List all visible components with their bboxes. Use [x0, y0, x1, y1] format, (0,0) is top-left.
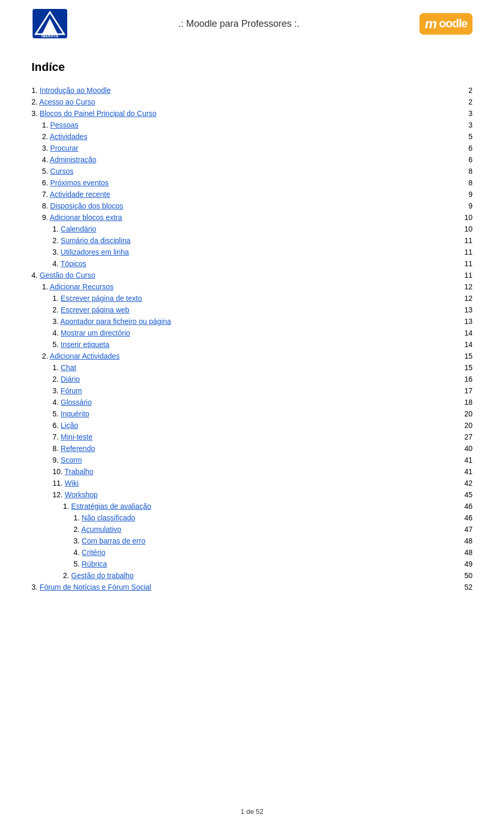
toc-link[interactable]: Adicionar Actividades — [50, 352, 120, 360]
toc-link[interactable]: Não classificado — [82, 514, 135, 522]
toc-link[interactable]: Utilizadores em linha — [61, 248, 129, 256]
toc-page-number: 14 — [457, 340, 472, 349]
list-item: 10. Trabalho41 — [32, 466, 472, 477]
toc-link[interactable]: Cursos — [50, 167, 74, 175]
toc-link[interactable]: Chat — [61, 363, 77, 372]
toc-link[interactable]: Escrever página web — [61, 306, 130, 314]
toc-link[interactable]: Workshop — [65, 490, 98, 499]
toc-link[interactable]: Mini-teste — [61, 433, 93, 441]
toc-page-number: 2 — [457, 98, 472, 106]
toc-link[interactable]: Rúbrica — [82, 560, 107, 568]
toc-page-number: 2 — [457, 86, 472, 95]
toc-link[interactable]: Fórum — [61, 386, 82, 395]
list-item: 4. Critério48 — [32, 547, 472, 558]
toc-page-number: 49 — [457, 560, 472, 568]
toc-page-number: 48 — [457, 548, 472, 557]
toc-link[interactable]: Glossário — [61, 398, 92, 406]
list-item: 1. Escrever página de texto12 — [32, 292, 472, 304]
toc-link[interactable]: Acumulativo — [81, 525, 121, 534]
toc-title: Indíce — [32, 60, 472, 74]
list-item: 8. Referendo40 — [32, 443, 472, 454]
toc-link[interactable]: Mostrar um directório — [61, 329, 130, 337]
toc-link[interactable]: Sumário da disciplina — [61, 236, 131, 245]
toc-link[interactable]: Gestão do trabalho — [71, 571, 134, 580]
list-item: 7. Actividade recente9 — [32, 189, 472, 200]
list-item: 7. Mini-teste27 — [32, 431, 472, 443]
toc-link[interactable]: Próximos eventos — [50, 179, 109, 187]
list-item: 5. Inserir etiqueta14 — [32, 339, 472, 350]
list-item: 6. Próximos eventos8 — [32, 177, 472, 189]
toc-link[interactable]: Actividade recente — [50, 190, 110, 198]
toc-link[interactable]: Escrever página de texto — [61, 294, 142, 302]
list-item: 3. Fórum de Notícias e Fórum Social52 — [32, 581, 472, 593]
toc-page-number: 3 — [457, 121, 472, 129]
toc-page-number: 27 — [457, 433, 472, 441]
list-item: 6. Lição20 — [32, 420, 472, 431]
list-item: 4. Gestão do Curso11 — [32, 269, 472, 281]
toc-link[interactable]: Fórum de Notícias e Fórum Social — [40, 583, 151, 591]
list-item: 4. Administração6 — [32, 154, 472, 165]
page-header: laboris .: Moodle para Professores :. m … — [32, 0, 472, 45]
toc-page-number: 47 — [457, 525, 472, 534]
toc-link[interactable]: Adicionar Recursos — [50, 283, 113, 291]
toc-page-number: 11 — [457, 271, 472, 279]
toc-page-number: 16 — [457, 375, 472, 383]
list-item: 5. Inquérito20 — [32, 408, 472, 420]
list-item: 2. Gestão do trabalho50 — [32, 570, 472, 581]
toc-link[interactable]: Wiki — [65, 479, 78, 487]
list-item: 1. Não classificado46 — [32, 512, 472, 524]
toc-page-number: 12 — [457, 294, 472, 302]
toc-link[interactable]: Gestão do Curso — [40, 271, 96, 279]
toc-link[interactable]: Com barras de erro — [82, 537, 145, 545]
list-item: 1. Pessoas3 — [32, 119, 472, 131]
list-item: 5. Cursos8 — [32, 165, 472, 177]
toc-page-number: 20 — [457, 421, 472, 430]
toc-link[interactable]: Inquérito — [61, 410, 89, 418]
toc-link[interactable]: Blocos do Painel Principal do Curso — [40, 109, 157, 118]
toc-link[interactable]: Tópicos — [60, 259, 86, 268]
toc-link[interactable]: Pessoas — [50, 121, 79, 129]
toc-link[interactable]: Disposição dos blocos — [50, 202, 123, 210]
toc-link[interactable]: Trabalho — [65, 467, 93, 476]
toc-link[interactable]: Acesso ao Curso — [39, 98, 96, 106]
toc-link[interactable]: Inserir etiqueta — [61, 340, 110, 349]
toc-page-number: 3 — [457, 109, 472, 118]
table-of-contents: 1. Introdução ao Moodle22. Acesso ao Cur… — [32, 85, 472, 593]
toc-page-number: 52 — [457, 583, 472, 591]
toc-link[interactable]: Adicionar blocos extra — [50, 213, 122, 222]
list-item: 2. Diário16 — [32, 373, 472, 385]
list-item: 11. Wiki42 — [32, 477, 472, 489]
toc-link[interactable]: Apontador para ficheiro ou página — [60, 317, 171, 326]
list-item: 5. Rúbrica49 — [32, 558, 472, 570]
toc-page-number: 42 — [457, 479, 472, 487]
footer-page-number: 1 de 52 — [240, 808, 263, 815]
list-item: 8. Disposição dos blocos9 — [32, 200, 472, 212]
list-item: 2. Sumário da disciplina11 — [32, 235, 472, 246]
list-item: 1. Introdução ao Moodle2 — [32, 85, 472, 96]
list-item: 3. Fórum17 — [32, 385, 472, 396]
toc-link[interactable]: Estratégias de avaliação — [71, 502, 152, 510]
toc-page-number: 9 — [457, 202, 472, 210]
toc-page-number: 41 — [457, 467, 472, 476]
toc-link[interactable]: Introdução ao Moodle — [40, 86, 111, 95]
toc-link[interactable]: Calendário — [61, 225, 97, 233]
list-item: 3. Blocos do Painel Principal do Curso3 — [32, 108, 472, 119]
toc-link[interactable]: Scorm — [61, 456, 82, 464]
svg-text:laboris: laboris — [41, 33, 59, 38]
toc-page-number: 18 — [457, 398, 472, 406]
list-item: 2. Acumulativo47 — [32, 524, 472, 535]
toc-link[interactable]: Administração — [50, 155, 97, 164]
list-item: 2. Actividades5 — [32, 131, 472, 142]
toc-link[interactable]: Referendo — [61, 444, 95, 453]
toc-link[interactable]: Lição — [61, 421, 78, 430]
list-item: 9. Scorm41 — [32, 454, 472, 466]
toc-link[interactable]: Procurar — [50, 144, 79, 152]
toc-link[interactable]: Actividades — [50, 132, 88, 141]
toc-page-number: 6 — [457, 144, 472, 152]
toc-page-number: 50 — [457, 571, 472, 580]
toc-page-number: 11 — [457, 236, 472, 245]
toc-link[interactable]: Critério — [82, 548, 106, 557]
page-footer: 1 de 52 — [0, 808, 504, 815]
toc-link[interactable]: Diário — [61, 375, 80, 383]
header-title: .: Moodle para Professores :. — [68, 18, 410, 29]
